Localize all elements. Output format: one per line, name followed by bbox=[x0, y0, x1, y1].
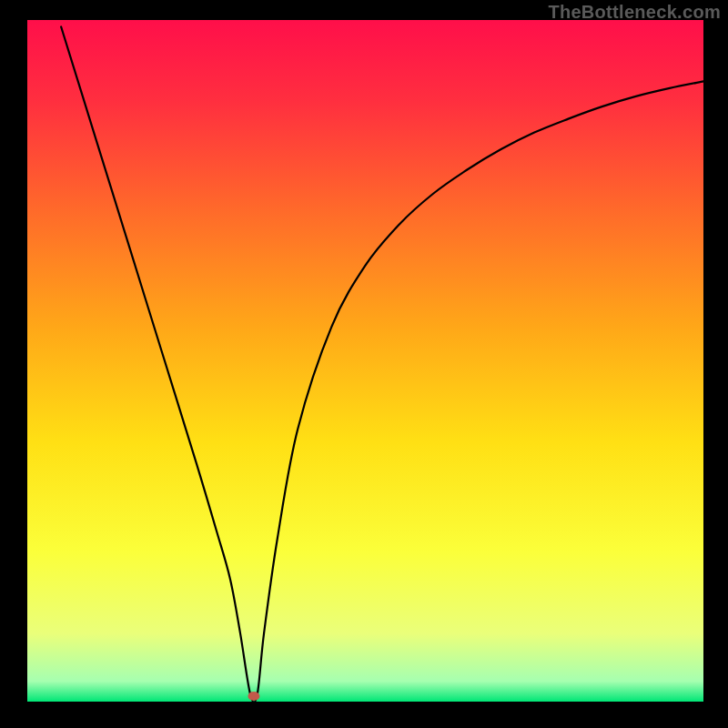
chart-svg bbox=[0, 0, 728, 728]
plot-background bbox=[27, 20, 703, 702]
chart-frame: TheBottleneck.com bbox=[0, 0, 728, 728]
minimum-marker bbox=[248, 692, 259, 701]
watermark-text: TheBottleneck.com bbox=[548, 2, 721, 23]
